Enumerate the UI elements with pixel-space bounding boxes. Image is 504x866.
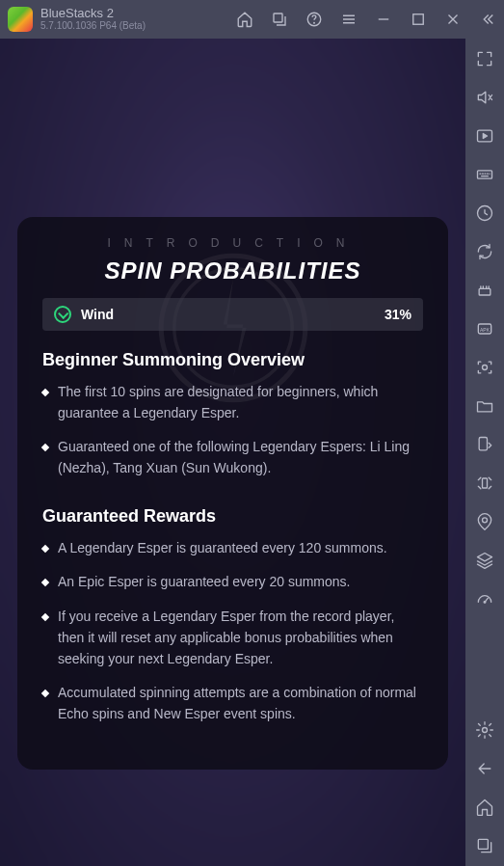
recents-icon[interactable] <box>474 835 495 856</box>
gauge-icon[interactable] <box>474 588 495 609</box>
macro-play-icon[interactable] <box>474 125 495 147</box>
probability-row: Wind 31% <box>42 298 423 331</box>
section-title-rewards: Guaranteed Rewards <box>42 506 423 527</box>
svg-point-15 <box>483 518 488 523</box>
list-item: Guaranteed one of the following Legendar… <box>42 437 423 478</box>
right-sidebar: APK <box>465 39 504 866</box>
svg-rect-9 <box>479 288 491 295</box>
svg-text:APK: APK <box>480 327 491 333</box>
apk-install-icon[interactable]: APK <box>474 318 495 339</box>
minimize-icon[interactable] <box>375 11 392 28</box>
volume-mute-icon[interactable] <box>474 87 495 108</box>
spin-probabilities-modal: INTRODUCTION SPIN PROBABILITIES Wind 31%… <box>17 217 448 770</box>
svg-rect-18 <box>478 839 488 849</box>
svg-rect-14 <box>483 478 488 488</box>
list-item: Accumulated spinning attempts are a comb… <box>42 683 423 724</box>
svg-point-16 <box>484 602 486 604</box>
multi-instance-icon[interactable] <box>271 11 288 28</box>
app-version: 5.7.100.1036 P64 (Beta) <box>40 20 236 32</box>
list-item: If you receive a Legendary Esper from th… <box>42 607 423 669</box>
svg-point-17 <box>483 728 488 733</box>
fullscreen-icon[interactable] <box>474 48 495 69</box>
keyboard-icon[interactable] <box>474 164 495 185</box>
app-name: BlueStacks 2 <box>40 7 236 20</box>
home-icon[interactable] <box>236 11 253 28</box>
rotate-icon[interactable] <box>474 434 495 455</box>
intro-label: INTRODUCTION <box>42 236 423 250</box>
collapse-right-icon[interactable] <box>479 11 496 28</box>
list-item: A Legendary Esper is guaranteed every 12… <box>42 538 423 559</box>
location-icon[interactable] <box>474 511 495 532</box>
media-folder-icon[interactable] <box>474 395 495 417</box>
settings-icon[interactable] <box>474 719 495 741</box>
game-viewport: INTRODUCTION SPIN PROBABILITIES Wind 31%… <box>0 39 465 866</box>
maximize-icon[interactable] <box>410 11 427 28</box>
modal-title: SPIN PROBABILITIES <box>42 257 423 284</box>
layers-icon[interactable] <box>474 550 495 571</box>
title-block: BlueStacks 2 5.7.100.1036 P64 (Beta) <box>40 7 236 32</box>
android-home-icon[interactable] <box>474 797 495 818</box>
svg-rect-0 <box>274 14 282 22</box>
wind-element-icon <box>54 306 71 323</box>
list-item: An Epic Esper is guaranteed every 20 sum… <box>42 572 423 593</box>
bluestacks-logo <box>8 7 33 32</box>
screenshot-icon[interactable] <box>474 357 495 378</box>
help-icon[interactable] <box>305 11 323 28</box>
sync-icon[interactable] <box>474 241 495 262</box>
back-icon[interactable] <box>474 758 495 779</box>
section-title-beginner: Beginner Summoning Overview <box>42 350 423 370</box>
svg-rect-7 <box>478 171 492 178</box>
svg-point-12 <box>483 365 488 370</box>
list-item: The first 10 spins are designated for be… <box>42 382 423 423</box>
hamburger-icon[interactable] <box>340 11 358 28</box>
memory-trim-icon[interactable] <box>474 280 495 301</box>
shake-icon[interactable] <box>474 473 495 494</box>
rewind-icon[interactable] <box>474 203 495 224</box>
svg-rect-13 <box>479 438 487 450</box>
svg-point-2 <box>314 22 315 23</box>
svg-rect-3 <box>413 14 424 25</box>
titlebar: BlueStacks 2 5.7.100.1036 P64 (Beta) <box>0 0 504 39</box>
element-percent: 31% <box>385 307 411 322</box>
close-icon[interactable] <box>444 11 462 28</box>
element-name: Wind <box>81 307 385 322</box>
